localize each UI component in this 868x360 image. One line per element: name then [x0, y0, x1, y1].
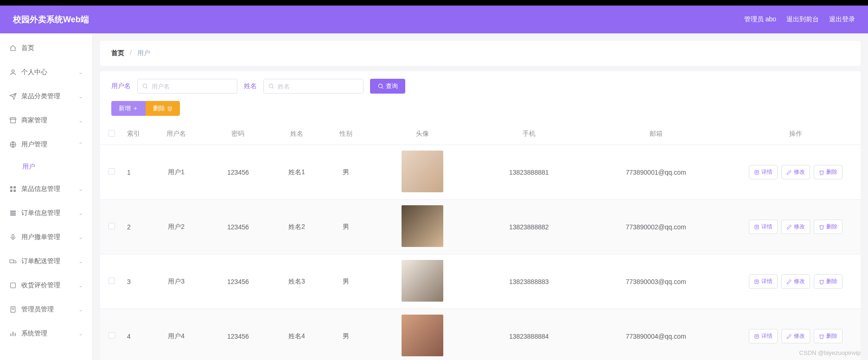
- shop-icon: [9, 117, 17, 124]
- cell-index: 3: [123, 254, 147, 309]
- edit-button[interactable]: 修改: [781, 220, 810, 234]
- detail-icon: [754, 279, 760, 284]
- table-row: 1 用户1 123456 姓名1 男 13823888881 773890001…: [100, 145, 861, 200]
- cell-phone: 13823888884: [477, 309, 581, 360]
- th-username: 用户名: [147, 123, 206, 145]
- cell-phone: 13823888882: [477, 200, 581, 254]
- cell-email: 773890004@qq.com: [581, 309, 731, 360]
- svg-rect-8: [10, 213, 16, 214]
- main-content: 首页 / 用户 用户名 姓名 查询: [93, 33, 868, 360]
- row-checkbox[interactable]: [108, 278, 115, 284]
- svg-line-22: [273, 88, 274, 89]
- sidebar-item-6[interactable]: 订单信息管理⌄: [0, 201, 92, 225]
- sidebar-subitem[interactable]: 用户: [0, 157, 92, 177]
- sidebar-item-3[interactable]: 商家管理⌄: [0, 108, 92, 133]
- current-user-label[interactable]: 管理员 abo: [744, 15, 776, 24]
- delete-button[interactable]: 删除: [814, 329, 842, 343]
- delete-button[interactable]: 删除: [814, 220, 842, 234]
- cell-email: 773890003@qq.com: [581, 254, 731, 309]
- th-email: 邮箱: [581, 123, 731, 145]
- svg-rect-3: [10, 186, 13, 189]
- detail-button[interactable]: 详情: [749, 220, 778, 234]
- home-icon: [9, 44, 17, 52]
- detail-button[interactable]: 详情: [749, 165, 778, 179]
- delete-batch-button[interactable]: 删除: [146, 101, 180, 116]
- sidebar-item-9[interactable]: 收货评价管理⌄: [0, 273, 92, 297]
- table-row: 3 用户3 123456 姓名3 男 13823888883 773890003…: [100, 254, 861, 309]
- sidebar-item-7[interactable]: 用户撤单管理⌄: [0, 225, 92, 249]
- svg-rect-4: [13, 186, 16, 189]
- logout-link[interactable]: 退出登录: [829, 15, 855, 24]
- query-button-label: 查询: [386, 82, 398, 90]
- chevron-down-icon: ⌄: [78, 93, 83, 100]
- edit-button[interactable]: 修改: [781, 274, 810, 289]
- sidebar-item-label: 订单信息管理: [21, 209, 78, 217]
- cell-name: 姓名4: [270, 309, 323, 360]
- cell-password: 123456: [206, 200, 270, 254]
- row-checkbox[interactable]: [108, 223, 115, 229]
- cell-email: 773890001@qq.com: [581, 145, 731, 200]
- th-ops: 操作: [731, 123, 861, 145]
- box-icon: [9, 282, 17, 289]
- detail-label: 详情: [761, 223, 772, 231]
- add-button[interactable]: 新增: [111, 101, 146, 116]
- detail-label: 详情: [761, 332, 772, 340]
- to-frontend-link[interactable]: 退出到前台: [786, 15, 819, 24]
- sidebar-item-11[interactable]: 系统管理⌄: [0, 322, 92, 346]
- sidebar-item-5[interactable]: 菜品信息管理⌄: [0, 177, 92, 201]
- sidebar-item-8[interactable]: 订单配送管理⌄: [0, 249, 92, 273]
- detail-icon: [754, 170, 760, 175]
- search-username-input[interactable]: [137, 79, 237, 94]
- search-username-label: 用户名: [111, 82, 131, 90]
- select-all-checkbox[interactable]: [108, 130, 115, 137]
- cell-avatar: [368, 309, 477, 360]
- svg-point-23: [378, 84, 382, 88]
- detail-label: 详情: [761, 278, 772, 285]
- delete-button[interactable]: 删除: [814, 165, 842, 179]
- sidebar-item-label: 菜品信息管理: [21, 185, 78, 193]
- detail-icon: [754, 334, 760, 339]
- sidebar-item-1[interactable]: 个人中心⌄: [0, 60, 92, 84]
- add-button-label: 新增: [119, 104, 131, 113]
- avatar: [402, 151, 443, 192]
- svg-rect-9: [10, 215, 16, 216]
- th-password: 密码: [206, 123, 270, 145]
- sidebar-item-0[interactable]: 首页: [0, 36, 92, 60]
- doc-icon: [9, 306, 17, 313]
- edit-icon: [786, 279, 792, 284]
- sidebar-item-2[interactable]: 菜品分类管理⌄: [0, 84, 92, 108]
- detail-button[interactable]: 详情: [749, 329, 778, 343]
- edit-label: 修改: [794, 223, 805, 231]
- trash-icon: [819, 170, 824, 175]
- sidebar-item-10[interactable]: 管理员管理⌄: [0, 297, 92, 322]
- th-gender: 性别: [323, 123, 368, 145]
- th-avatar: 头像: [368, 123, 477, 145]
- cell-index: 2: [123, 200, 147, 254]
- sidebar-item-label: 系统管理: [21, 329, 78, 338]
- cell-avatar: [368, 200, 477, 254]
- delete-button[interactable]: 删除: [814, 274, 842, 289]
- breadcrumb-home[interactable]: 首页: [111, 49, 124, 57]
- sidebar-item-label: 首页: [21, 44, 83, 52]
- plus-icon: [133, 106, 138, 111]
- app-title: 校园外卖系统Web端: [13, 14, 89, 25]
- detail-button[interactable]: 详情: [749, 274, 778, 289]
- query-button[interactable]: 查询: [370, 79, 405, 94]
- table-row: 4 用户4 123456 姓名4 男 13823888884 773890004…: [100, 309, 861, 360]
- globe-icon: [9, 141, 17, 148]
- chevron-up-icon: ⌃: [78, 141, 83, 148]
- row-checkbox[interactable]: [108, 332, 115, 339]
- search-name-input[interactable]: [263, 79, 364, 94]
- row-checkbox[interactable]: [108, 168, 115, 175]
- cell-name: 姓名1: [270, 145, 323, 200]
- sidebar-item-label: 商家管理: [21, 116, 78, 125]
- sidebar-item-4[interactable]: 用户管理⌃: [0, 133, 92, 157]
- edit-button[interactable]: 修改: [781, 329, 810, 343]
- cell-username: 用户1: [147, 145, 206, 200]
- edit-button[interactable]: 修改: [781, 165, 810, 179]
- cell-gender: 男: [323, 254, 368, 309]
- chevron-down-icon: ⌄: [78, 306, 83, 313]
- send-icon: [9, 93, 17, 100]
- trash-icon: [819, 334, 824, 339]
- chevron-down-icon: ⌄: [78, 186, 83, 192]
